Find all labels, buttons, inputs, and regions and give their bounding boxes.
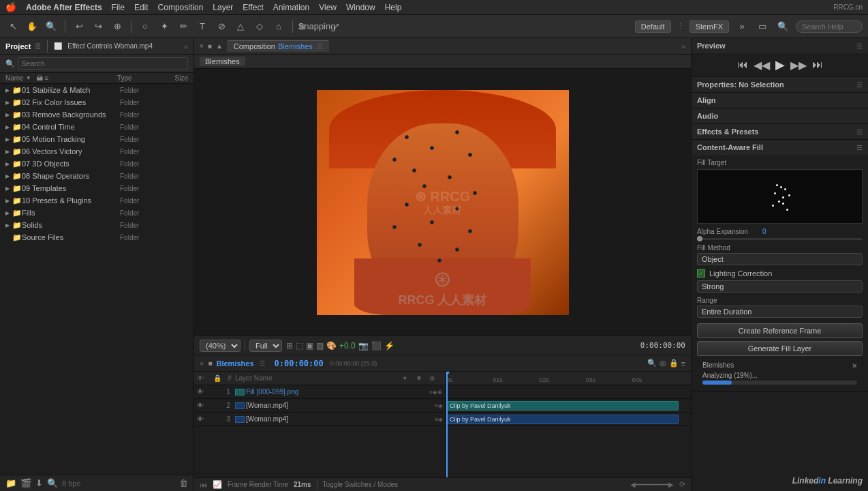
tool-pen[interactable]: ✏: [176, 19, 191, 34]
caf-header[interactable]: Content-Aware Fill ☰: [692, 140, 868, 155]
tool-undo[interactable]: ↩: [72, 19, 87, 34]
workspace-default[interactable]: Default: [635, 20, 671, 33]
comp-panel-expand[interactable]: »: [681, 42, 685, 50]
project-search-input[interactable]: [18, 57, 188, 70]
menu-file[interactable]: File: [112, 3, 125, 12]
audio-header[interactable]: Audio: [692, 108, 868, 123]
tool-select[interactable]: ↖: [5, 19, 20, 34]
properties-menu[interactable]: ☰: [856, 81, 863, 89]
menu-view[interactable]: View: [319, 3, 337, 12]
tab-project[interactable]: Project: [5, 42, 31, 50]
tool-hand[interactable]: ✋: [25, 19, 40, 34]
tl-graph-btn[interactable]: 📈: [213, 480, 222, 489]
tool-brush[interactable]: ⊘: [214, 19, 229, 34]
timeline-range-slider[interactable]: ◀━━━━━━━━▶: [630, 481, 674, 488]
list-item[interactable]: ▶ 📁 Fills Folder: [0, 207, 193, 219]
list-item[interactable]: ▶ 📁 09 Templates Folder: [0, 182, 193, 194]
panel-expand-icon[interactable]: »: [184, 42, 188, 50]
color-picker[interactable]: 🎨: [326, 341, 337, 351]
breadcrumb-item[interactable]: Blemishes: [200, 57, 245, 66]
menu-window[interactable]: Window: [346, 3, 375, 12]
snapping-toggle[interactable]: Snapping: [309, 19, 324, 34]
lighting-correction-checkbox[interactable]: ✓: [697, 269, 705, 278]
tool-expand[interactable]: ⤢: [328, 19, 343, 34]
list-item[interactable]: ▶ 📁 06 Vectors Victory Folder: [0, 145, 193, 158]
track-row-1[interactable]: [446, 385, 691, 399]
viewer-icon[interactable]: ▭: [755, 19, 770, 34]
tl-home-btn[interactable]: ⏮: [200, 481, 207, 489]
col-name-header[interactable]: Name ▼ 🏔 ≡: [5, 74, 114, 82]
tl-more[interactable]: ≡: [681, 359, 685, 368]
alpha-expansion-value[interactable]: 0: [762, 228, 863, 235]
layer-row[interactable]: 👁 1 Fill [000-099].png ≡ ◈ ⊕: [194, 385, 446, 399]
layer-vis-2[interactable]: 👁: [197, 402, 206, 409]
prev-last[interactable]: ⏭: [812, 59, 823, 71]
layer-vis-1[interactable]: 👁: [197, 388, 206, 396]
zoom-select[interactable]: (40%): [200, 340, 241, 352]
tl-cache-btn[interactable]: ⟳: [679, 480, 685, 489]
list-item[interactable]: ▶ 📁 01 Stabilize & Match Folder: [0, 84, 193, 96]
col-type-header[interactable]: Type: [117, 74, 158, 82]
effects-menu[interactable]: ☰: [856, 128, 863, 136]
toggle-3d[interactable]: ▨: [316, 341, 324, 351]
menu-composition[interactable]: Composition: [158, 3, 204, 12]
toggle-regions[interactable]: ▣: [306, 341, 313, 351]
menu-edit[interactable]: Edit: [134, 3, 149, 12]
delete-btn[interactable]: 🗑: [179, 478, 188, 488]
panel-menu-icon[interactable]: ☰: [35, 42, 41, 50]
tool-text[interactable]: T: [195, 19, 210, 34]
toggle-pixel-aspect[interactable]: ⊞: [286, 341, 293, 351]
alpha-slider-thumb[interactable]: [697, 236, 702, 241]
preview-menu[interactable]: ☰: [856, 42, 863, 50]
create-reference-btn[interactable]: Create Reference Frame: [697, 323, 863, 338]
list-item[interactable]: ▶ 📁 Solids Folder: [0, 219, 193, 231]
list-item[interactable]: ▶ 📁 05 Motion Tracking Folder: [0, 133, 193, 145]
show-snapshot[interactable]: ⬛: [371, 341, 382, 351]
tl-close[interactable]: ×: [200, 359, 204, 368]
fill-method-select[interactable]: Object: [697, 253, 863, 265]
tl-lock[interactable]: 🔒: [669, 359, 679, 368]
workspace-expand[interactable]: »: [734, 19, 749, 34]
quality-select[interactable]: Full: [249, 340, 282, 352]
menu-layer[interactable]: Layer: [213, 3, 233, 12]
toggle-transparency[interactable]: ⬚: [296, 341, 303, 351]
caf-menu[interactable]: ☰: [856, 144, 863, 151]
list-item[interactable]: ▶ 📁 08 Shape Operators Folder: [0, 170, 193, 182]
tool-pin[interactable]: ⌂: [271, 19, 286, 34]
tool-zoom[interactable]: 🔍: [44, 19, 59, 34]
prev-play[interactable]: ▶: [775, 57, 785, 72]
list-item[interactable]: ▶ 📁 04 Control Time Folder: [0, 121, 193, 133]
analyzing-cancel-btn[interactable]: ✕: [852, 362, 857, 370]
prev-back[interactable]: ◀◀: [754, 59, 770, 72]
alpha-expansion-slider[interactable]: [697, 238, 863, 240]
import-btn[interactable]: ⬇: [35, 478, 43, 488]
comp-tab-menu[interactable]: ☰: [317, 43, 322, 50]
menu-animation[interactable]: Animation: [273, 3, 309, 12]
tool-puppet[interactable]: △: [233, 19, 248, 34]
playhead[interactable]: [446, 372, 448, 477]
properties-header[interactable]: Properties: No Selection ☰: [692, 77, 868, 92]
range-select[interactable]: Entire Duration: [697, 306, 863, 318]
new-comp-btn[interactable]: 🎬: [20, 478, 31, 488]
align-header[interactable]: Align: [692, 93, 868, 108]
workspace-sternfx[interactable]: SternFX: [689, 20, 729, 33]
tool-star[interactable]: ✦: [157, 19, 172, 34]
tab-effect-controls[interactable]: Effect Controls Woman.mp4: [67, 42, 153, 50]
tool-oval[interactable]: ○: [138, 19, 153, 34]
search-input[interactable]: [802, 23, 856, 31]
track-row-3[interactable]: Clip by Pavel Danilyuk: [446, 413, 691, 426]
list-item[interactable]: ▶ 📁 10 Presets & Plugins Folder: [0, 194, 193, 207]
list-item[interactable]: ▶ 📁 07 3D Objects Folder: [0, 158, 193, 170]
prev-forward[interactable]: ▶▶: [790, 59, 807, 72]
tool-redo[interactable]: ↪: [91, 19, 106, 34]
snapshot-btn[interactable]: 📷: [358, 341, 369, 351]
effects-header[interactable]: Effects & Presets ☰: [692, 124, 868, 139]
tool-add[interactable]: ⊕: [110, 19, 125, 34]
layer-vis-3[interactable]: 👁: [197, 415, 206, 423]
comp-tab[interactable]: Composition Blemishes ☰: [227, 40, 329, 52]
tl-search[interactable]: 🔍: [647, 359, 657, 368]
tl-menu[interactable]: ☰: [260, 360, 265, 367]
search-project-btn[interactable]: 🔍: [47, 478, 58, 488]
col-size-header[interactable]: Size: [161, 74, 188, 82]
list-item[interactable]: ▶ 📁 02 Fix Color Issues Folder: [0, 96, 193, 108]
